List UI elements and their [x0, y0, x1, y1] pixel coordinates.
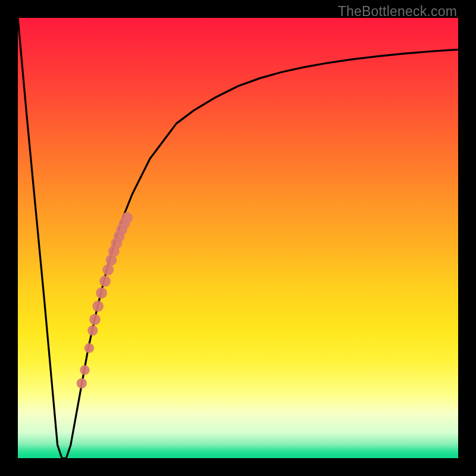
highlight-dot — [80, 365, 89, 375]
highlight-dot — [92, 300, 104, 312]
curve-layer — [18, 18, 458, 458]
highlight-dot — [89, 314, 101, 325]
highlight-dot — [102, 264, 114, 275]
highlight-dot — [84, 343, 94, 353]
highlight-dot — [96, 287, 107, 299]
bottleneck-curve — [18, 18, 458, 458]
highlight-dot — [87, 325, 98, 336]
watermark-text: TheBottleneck.com — [338, 4, 457, 20]
highlight-dot — [77, 378, 87, 389]
plot-area — [18, 18, 458, 458]
highlight-dot — [121, 212, 133, 224]
highlight-dot — [99, 275, 111, 287]
chart-frame: TheBottleneck.com — [0, 0, 476, 476]
